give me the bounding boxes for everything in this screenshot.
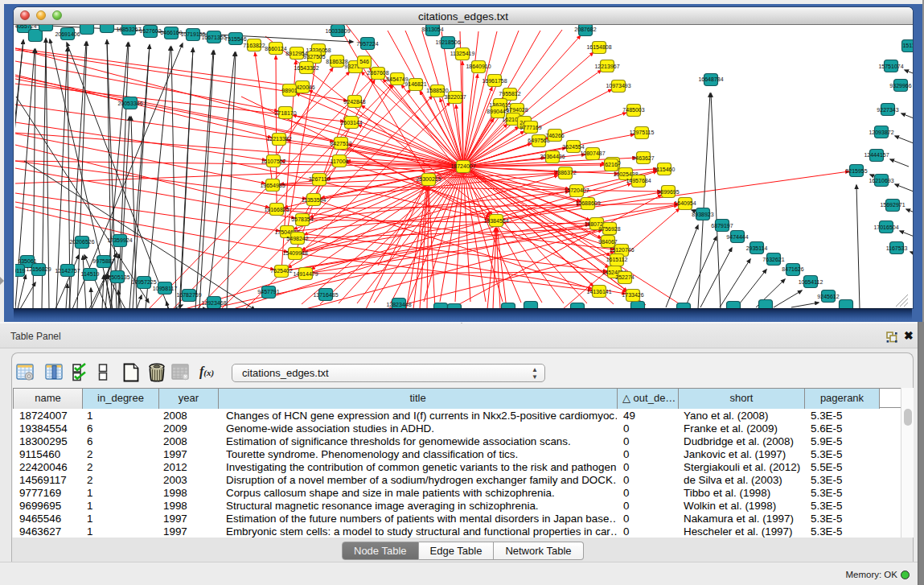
svg-text:5578354: 5578354 xyxy=(291,216,313,222)
svg-text:2718170: 2718170 xyxy=(274,110,296,116)
svg-text:10807487: 10807487 xyxy=(580,150,605,156)
svg-text:7632621: 7632621 xyxy=(762,257,784,262)
svg-text:1527602: 1527602 xyxy=(139,28,161,34)
svg-text:14957684: 14957684 xyxy=(626,178,651,183)
svg-text:1167533: 1167533 xyxy=(886,245,908,251)
svg-text:16154808: 16154808 xyxy=(586,44,611,50)
svg-text:18724007: 18724007 xyxy=(450,163,475,169)
svg-text:12444157: 12444157 xyxy=(864,152,889,158)
svg-text:9975887: 9975887 xyxy=(92,258,114,264)
svg-text:16648784: 16648784 xyxy=(698,76,723,82)
svg-text:1733426: 1733426 xyxy=(622,292,643,298)
svg-text:8938923: 8938923 xyxy=(692,212,713,217)
svg-text:10654112: 10654112 xyxy=(799,279,823,285)
svg-text:114519: 114519 xyxy=(81,271,100,277)
svg-text:16543362: 16543362 xyxy=(294,65,318,71)
svg-text:1588520: 1588520 xyxy=(426,88,448,93)
svg-text:12923468: 12923468 xyxy=(201,300,226,306)
svg-text:12142757: 12142757 xyxy=(55,268,80,274)
svg-text:3822037: 3822037 xyxy=(444,94,466,100)
svg-text:17957225: 17957225 xyxy=(131,279,156,285)
svg-text:17359924: 17359924 xyxy=(107,237,132,243)
svg-text:9777169: 9777169 xyxy=(519,125,541,130)
svg-text:12213967: 12213967 xyxy=(594,64,619,69)
svg-text:117004: 117004 xyxy=(331,159,349,164)
svg-text:18640910: 18640910 xyxy=(466,64,491,69)
svg-text:19384554: 19384554 xyxy=(483,218,508,224)
svg-text:7625402: 7625402 xyxy=(270,268,292,274)
svg-text:8471626: 8471626 xyxy=(782,266,803,272)
svg-text:9327505: 9327505 xyxy=(303,54,325,60)
svg-text:7485003: 7485003 xyxy=(622,107,644,113)
svg-text:2603144: 2603144 xyxy=(340,120,362,126)
svg-text:12975115: 12975115 xyxy=(630,130,655,135)
svg-text:1511: 1511 xyxy=(902,43,913,48)
svg-text:5498242: 5498242 xyxy=(286,236,308,241)
svg-text:1615112: 1615112 xyxy=(606,257,628,262)
svg-text:6216: 6216 xyxy=(605,162,618,167)
svg-text:19166825: 19166825 xyxy=(264,207,289,212)
svg-text:15720407: 15720407 xyxy=(564,187,589,193)
svg-text:9115460: 9115460 xyxy=(654,167,676,172)
svg-text:16853267: 16853267 xyxy=(116,27,141,32)
svg-text:14914479: 14914479 xyxy=(293,271,318,277)
svg-text:9245612: 9245612 xyxy=(817,294,839,299)
svg-text:98901: 98901 xyxy=(281,88,298,93)
svg-text:11325419: 11325419 xyxy=(450,51,475,56)
svg-text:16782759: 16782759 xyxy=(176,292,201,298)
svg-text:14136141: 14136141 xyxy=(586,289,611,295)
svg-text:3267110: 3267110 xyxy=(309,176,331,182)
svg-text:9463627: 9463627 xyxy=(632,155,654,161)
svg-text:12156829: 12156829 xyxy=(26,266,51,272)
svg-text:10973493: 10973493 xyxy=(606,83,630,89)
svg-text:984067: 984067 xyxy=(598,239,617,245)
svg-text:19654985: 19654985 xyxy=(260,183,285,188)
svg-text:8660124: 8660124 xyxy=(265,46,286,51)
svg-text:14055724: 14055724 xyxy=(15,25,37,29)
svg-text:12823448: 12823448 xyxy=(386,302,411,307)
svg-text:11353594: 11353594 xyxy=(302,197,326,203)
svg-text:20364436: 20364436 xyxy=(540,154,565,159)
svg-text:8813054: 8813054 xyxy=(421,27,443,32)
svg-text:3624554: 3624554 xyxy=(562,144,584,150)
svg-text:1640954: 1640954 xyxy=(674,200,696,206)
svg-text:7957224: 7957224 xyxy=(356,41,378,47)
svg-text:7386372: 7386372 xyxy=(554,170,576,175)
svg-text:16210693: 16210693 xyxy=(869,178,893,183)
svg-text:546: 546 xyxy=(359,59,369,64)
svg-text:19218506: 19218506 xyxy=(435,39,460,45)
svg-text:10688609: 10688609 xyxy=(575,200,600,206)
svg-text:9329966: 9329966 xyxy=(889,83,911,89)
svg-text:20053346: 20053346 xyxy=(117,101,142,106)
svg-text:7955812: 7955812 xyxy=(499,91,520,97)
svg-text:20691406: 20691406 xyxy=(55,31,80,37)
svg-text:2087682: 2087682 xyxy=(574,27,596,32)
svg-text:15409948: 15409948 xyxy=(282,250,307,256)
svg-text:2935114: 2935114 xyxy=(746,245,768,251)
svg-text:6466160: 6466160 xyxy=(160,30,182,35)
svg-text:15692971: 15692971 xyxy=(880,202,905,208)
svg-text:16671355: 16671355 xyxy=(201,35,226,40)
svg-text:17016504: 17016504 xyxy=(873,225,898,230)
svg-text:16033809: 16033809 xyxy=(325,28,350,34)
svg-text:2867608: 2867608 xyxy=(367,70,388,76)
svg-text:12093872: 12093872 xyxy=(869,130,893,135)
svg-text:8215955: 8215955 xyxy=(845,168,867,174)
svg-text:13716485: 13716485 xyxy=(313,292,338,298)
svg-text:6794028: 6794028 xyxy=(506,107,528,113)
svg-text:7163822: 7163822 xyxy=(243,43,265,48)
svg-text:252274: 252274 xyxy=(615,274,634,280)
svg-text:12505135: 12505135 xyxy=(105,274,129,280)
svg-text:9899695: 9899695 xyxy=(657,189,679,195)
svg-text:9457791: 9457791 xyxy=(257,289,279,295)
svg-text:15751074: 15751074 xyxy=(878,64,903,69)
svg-text:9146821: 9146821 xyxy=(405,81,426,87)
svg-text:39119: 39119 xyxy=(15,268,26,274)
svg-text:9474444: 9474444 xyxy=(726,234,748,240)
svg-text:6879197: 6879197 xyxy=(711,223,733,229)
svg-text:746266: 746266 xyxy=(545,133,564,138)
svg-text:9242848: 9242848 xyxy=(343,99,365,105)
svg-text:6497568: 6497568 xyxy=(528,138,549,143)
svg-text:10958117: 10958117 xyxy=(153,286,178,291)
svg-text:16120746: 16120746 xyxy=(609,247,634,253)
